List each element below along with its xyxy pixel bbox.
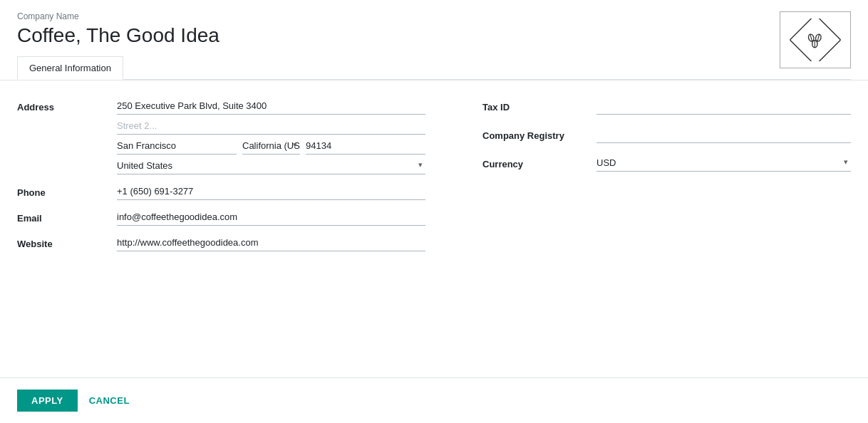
tax-id-row: Tax ID <box>482 98 851 115</box>
apply-button[interactable]: APPLY <box>17 390 78 412</box>
tax-id-label: Tax ID <box>482 98 596 113</box>
tabs-row: General Information <box>17 56 851 79</box>
country-select[interactable]: United States <box>117 157 425 174</box>
company-registry-row: Company Registry <box>482 126 851 143</box>
zip-input[interactable] <box>306 137 425 155</box>
country-wrapper: United States <box>117 157 425 174</box>
address-row: Address California (US <box>17 98 425 177</box>
website-row: Website <box>17 234 425 254</box>
website-fields <box>117 234 425 254</box>
logo-icon <box>790 19 841 61</box>
street1-input[interactable] <box>117 98 425 115</box>
phone-row: Phone <box>17 183 425 203</box>
company-logo <box>780 11 851 68</box>
svg-rect-0 <box>790 19 840 61</box>
tab-general-information[interactable]: General Information <box>17 56 123 80</box>
state-wrapper: California (US <box>242 137 300 155</box>
left-section: Address California (US <box>17 98 454 366</box>
currency-label: Currency <box>482 155 596 169</box>
cancel-button[interactable]: CANCEL <box>89 395 130 406</box>
currency-wrapper: USD EUR GBP <box>596 155 851 172</box>
phone-label: Phone <box>17 183 117 198</box>
website-input[interactable] <box>117 234 425 251</box>
website-label: Website <box>17 234 117 249</box>
company-registry-input[interactable] <box>596 126 851 143</box>
currency-select[interactable]: USD EUR GBP <box>596 155 851 172</box>
main-content: Address California (US <box>0 80 868 377</box>
email-input[interactable] <box>117 209 425 226</box>
phone-input[interactable] <box>117 183 425 200</box>
right-section: Tax ID Company Registry Currency USD EUR… <box>454 98 851 366</box>
page-container: Company Name Coffee, The Good Idea Gener… <box>0 0 868 423</box>
company-name-value: Coffee, The Good Idea <box>17 24 851 47</box>
city-state-zip-row: California (US <box>117 137 425 155</box>
tax-id-input[interactable] <box>596 98 851 115</box>
state-select[interactable]: California (US <box>242 137 300 155</box>
street2-input[interactable] <box>117 118 425 135</box>
address-label: Address <box>17 98 117 113</box>
company-registry-label: Company Registry <box>482 126 596 141</box>
company-name-label: Company Name <box>17 11 851 21</box>
address-fields: California (US United States <box>117 98 425 177</box>
email-label: Email <box>17 209 117 224</box>
currency-row: Currency USD EUR GBP <box>482 155 851 172</box>
svg-line-4 <box>817 34 820 41</box>
city-input[interactable] <box>117 137 237 155</box>
email-row: Email <box>17 209 425 229</box>
footer: APPLY CANCEL <box>0 377 868 423</box>
header: Company Name Coffee, The Good Idea Gener… <box>0 0 868 80</box>
svg-line-2 <box>810 34 812 41</box>
phone-fields <box>117 183 425 203</box>
email-fields <box>117 209 425 229</box>
